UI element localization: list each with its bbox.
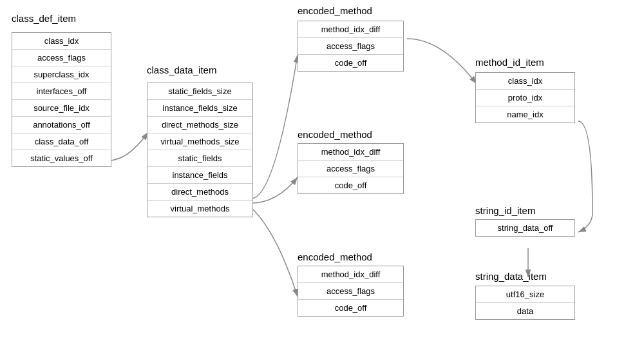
em1-row-0: method_idx_diff [298, 21, 403, 38]
em3-row-2: code_off [298, 300, 403, 316]
encoded-method-1-box: method_idx_diff access_flags code_off [298, 21, 404, 72]
class-def-row-7: static_values_off [12, 150, 111, 166]
em2-row-2: code_off [298, 177, 403, 193]
string-id-item-box: string_data_off [475, 219, 575, 237]
class-data-item-box: static_fields_size instance_fields_size … [147, 83, 253, 217]
class-data-row-3: virtual_methods_size [147, 133, 252, 150]
class-data-row-0: static_fields_size [147, 83, 252, 100]
class-def-row-5: annotations_off [12, 117, 111, 133]
method-id-item-box: class_idx proto_idx name_idx [475, 72, 575, 123]
string-data-item-box: utf16_size data [475, 286, 575, 320]
em2-row-1: access_flags [298, 161, 403, 177]
class-def-row-3: interfaces_off [12, 83, 111, 100]
class-data-row-4: static_fields [147, 150, 252, 167]
diagram: class_def_item class_idx access_flags su… [0, 0, 644, 363]
class-def-row-6: class_data_off [12, 133, 111, 150]
sdata-row-0: utf16_size [476, 286, 574, 303]
class-data-row-7: virtual_methods [147, 201, 252, 217]
em1-row-2: code_off [298, 55, 403, 71]
string-id-item-title: string_id_item [475, 205, 535, 216]
class-def-row-4: source_file_idx [12, 100, 111, 117]
encoded-method-2-box: method_idx_diff access_flags code_off [298, 143, 404, 194]
class-data-row-1: instance_fields_size [147, 100, 252, 117]
sid-row-0: string_data_off [476, 220, 574, 236]
class-data-row-6: direct_methods [147, 184, 252, 201]
class-def-item-title: class_def_item [12, 13, 76, 24]
method-id-item-title: method_id_item [475, 57, 544, 68]
mid-row-1: proto_idx [476, 90, 574, 106]
class-def-row-1: access_flags [12, 50, 111, 66]
em3-row-0: method_idx_diff [298, 266, 403, 283]
class-data-row-5: instance_fields [147, 167, 252, 184]
encoded-method-3-title: encoded_method [298, 251, 372, 262]
class-data-item-title: class_data_item [147, 64, 216, 75]
class-data-row-2: direct_methods_size [147, 117, 252, 133]
class-def-row-0: class_idx [12, 33, 111, 50]
em1-row-1: access_flags [298, 38, 403, 55]
encoded-method-3-box: method_idx_diff access_flags code_off [298, 266, 404, 317]
encoded-method-2-title: encoded_method [298, 129, 372, 140]
string-data-item-title: string_data_item [475, 271, 547, 282]
em3-row-1: access_flags [298, 283, 403, 300]
sdata-row-1: data [476, 303, 574, 319]
encoded-method-1-title: encoded_method [298, 5, 372, 16]
class-def-item-box: class_idx access_flags superclass_idx in… [12, 32, 111, 167]
mid-row-0: class_idx [476, 73, 574, 90]
em2-row-0: method_idx_diff [298, 144, 403, 161]
class-def-row-2: superclass_idx [12, 66, 111, 83]
mid-row-2: name_idx [476, 106, 574, 123]
